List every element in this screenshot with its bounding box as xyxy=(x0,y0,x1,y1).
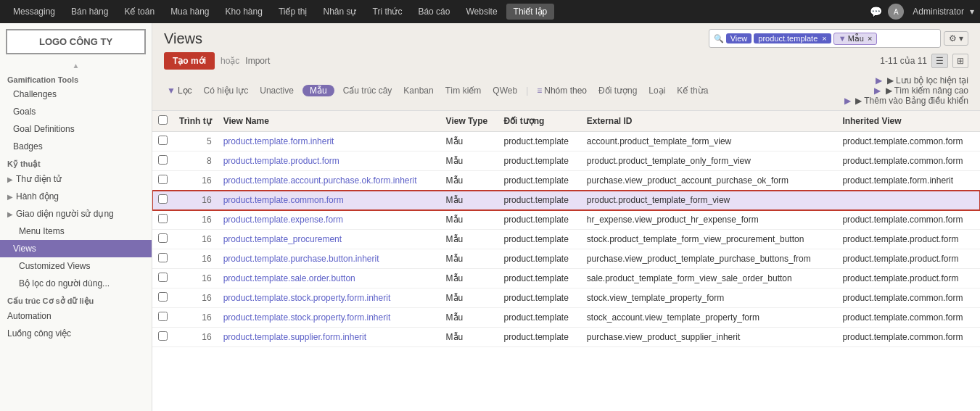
row-view-name[interactable]: product.template.purchase.button.inherit xyxy=(218,249,440,269)
row-view-name[interactable]: product.template.supplier.form.inherit xyxy=(218,328,440,347)
search-tag-close-icon[interactable]: × xyxy=(822,34,826,43)
row-view-name[interactable]: product.template.expense.form xyxy=(218,210,440,230)
group-ke-thua[interactable]: Kế thừa xyxy=(674,84,711,97)
row-view-name[interactable]: product.template.stock.property.form.inh… xyxy=(218,288,440,308)
nav-thiet-lap[interactable]: Thiết lập xyxy=(506,4,555,20)
col-header-external-id[interactable]: External ID xyxy=(581,111,837,132)
sidebar-item-goal-definitions[interactable]: Goal Definitions xyxy=(0,120,152,138)
sidebar-item-badges[interactable]: Badges xyxy=(0,138,152,155)
table-row[interactable]: 16 product.template.supplier.form.inheri… xyxy=(152,328,980,347)
col-header-seq[interactable]: Trình tự xyxy=(173,111,218,132)
nav-mua-hang[interactable]: Mua hàng xyxy=(163,4,216,20)
sidebar-item-menu-items[interactable]: Menu Items xyxy=(0,223,152,240)
search-input[interactable] xyxy=(879,33,923,43)
table-row[interactable]: 16 product.template.sale.order.button Mẫ… xyxy=(152,269,980,288)
row-checkbox[interactable] xyxy=(158,312,168,321)
select-all-checkbox[interactable] xyxy=(158,115,168,125)
nav-tri-thuc[interactable]: Tri thức xyxy=(366,4,410,20)
sidebar-item-customized-views[interactable]: Customized Views xyxy=(0,257,152,275)
adv-add-dashboard[interactable]: ▶ ▶ Thêm vào Bảng điều khiển xyxy=(844,96,968,106)
nav-messaging[interactable]: Messaging xyxy=(6,4,62,20)
row-view-name[interactable]: product.template.account.purchase.ok.for… xyxy=(218,171,440,191)
table-row[interactable]: 16 product.template_procurement Mẫu prod… xyxy=(152,230,980,249)
sidebar-group-thu-dien-tu[interactable]: ▶ Thư điện tử xyxy=(0,170,152,188)
row-view-name[interactable]: product.template_procurement xyxy=(218,230,440,249)
view-name-link[interactable]: product.template.product.form xyxy=(223,156,339,166)
filter-unactive-link[interactable]: Unactive xyxy=(257,84,297,97)
row-checkbox[interactable] xyxy=(158,155,168,165)
row-checkbox[interactable] xyxy=(158,214,168,223)
row-checkbox[interactable] xyxy=(158,273,168,282)
list-view-button[interactable]: ☰ xyxy=(931,54,948,68)
row-view-name[interactable]: product.template.form.inherit xyxy=(218,132,440,151)
nav-bao-cao[interactable]: Báo cáo xyxy=(411,4,457,20)
adv-advanced-search[interactable]: ▶ ▶ Tìm kiếm nâng cao xyxy=(874,86,968,96)
group-doi-tuong[interactable]: Đối tượng xyxy=(596,84,640,97)
table-row[interactable]: 16 product.template.common.form Mẫu prod… xyxy=(152,191,980,210)
sidebar-item-goals[interactable]: Goals xyxy=(0,103,152,120)
view-name-link[interactable]: product.template.stock.property.form.inh… xyxy=(223,293,391,303)
filter-mau-active[interactable]: Mẫu xyxy=(302,85,334,96)
user-dropdown-icon[interactable]: ▾ xyxy=(970,7,974,17)
sidebar-group-giao-dien[interactable]: ▶ Giao diện người sử dụng xyxy=(0,205,152,223)
kanban-view-button[interactable]: ⊞ xyxy=(952,54,968,68)
search-tag-template[interactable]: product.template × xyxy=(754,33,831,43)
row-checkbox[interactable] xyxy=(158,292,168,302)
row-view-name[interactable]: product.template.sale.order.button xyxy=(218,269,440,288)
sidebar-group-luong-cong-viec[interactable]: Luồng công việc xyxy=(0,325,152,342)
filter-tag-close-icon[interactable]: × xyxy=(868,34,872,43)
filter-button[interactable]: ▼ Lọc xyxy=(164,84,195,97)
row-view-name[interactable]: product.template.product.form xyxy=(218,151,440,171)
table-row[interactable]: 16 product.template.account.purchase.ok.… xyxy=(152,171,980,191)
view-name-link[interactable]: product.template.supplier.form.inherit xyxy=(223,332,366,342)
sidebar-item-bo-loc[interactable]: Bộ lọc do người dùng... xyxy=(0,275,152,292)
filter-kanban[interactable]: Kanban xyxy=(400,84,436,97)
col-header-doi-tuong[interactable]: Đối tượng xyxy=(498,111,580,132)
search-settings-button[interactable]: ⚙ ▾ xyxy=(944,31,968,46)
sidebar-item-challenges[interactable]: Challenges xyxy=(0,86,152,103)
nav-nhan-su[interactable]: Nhân sự xyxy=(316,4,363,20)
row-view-name[interactable]: product.template.stock.property.form.inh… xyxy=(218,308,440,328)
user-name[interactable]: Administrator xyxy=(913,7,964,17)
view-name-link[interactable]: product.template.account.purchase.ok.for… xyxy=(223,175,417,186)
table-row[interactable]: 8 product.template.product.form Mẫu prod… xyxy=(152,151,980,171)
adv-save-filter[interactable]: ▶ ▶ Lưu bộ lọc hiện tại xyxy=(876,75,968,86)
view-name-link[interactable]: product.template.purchase.button.inherit xyxy=(223,254,379,264)
filter-active-link[interactable]: Có hiệu lực xyxy=(201,84,252,97)
nav-kho-hang[interactable]: Kho hàng xyxy=(218,4,270,20)
nav-tiep-thi[interactable]: Tiếp thị xyxy=(271,4,315,20)
table-row[interactable]: 16 product.template.expense.form Mẫu pro… xyxy=(152,210,980,230)
view-name-link[interactable]: product.template.sale.order.button xyxy=(223,273,355,283)
sidebar-group-hanh-dong[interactable]: ▶ Hành động xyxy=(0,188,152,205)
filter-cau-truc-cay[interactable]: Cấu trúc cây xyxy=(340,84,395,97)
view-name-link[interactable]: product.template.expense.form xyxy=(223,215,343,225)
row-checkbox[interactable] xyxy=(158,136,168,145)
filter-tag-mau[interactable]: ▼ Mẫu × xyxy=(833,33,878,45)
col-header-inherited-view[interactable]: Inherited View xyxy=(836,111,980,132)
chat-icon[interactable]: 💬 xyxy=(870,6,882,17)
nav-ke-toan[interactable]: Kế toán xyxy=(117,4,162,20)
col-header-view-name[interactable]: View Name xyxy=(218,111,440,132)
view-name-link[interactable]: product.template_procurement xyxy=(223,234,342,244)
view-name-link[interactable]: product.template.form.inherit xyxy=(223,136,334,146)
sidebar-item-views[interactable]: Views xyxy=(0,240,152,257)
view-name-link[interactable]: product.template.common.form xyxy=(223,195,344,205)
row-view-name[interactable]: product.template.common.form xyxy=(218,191,440,210)
filter-qweb[interactable]: QWeb xyxy=(490,84,520,97)
import-button[interactable]: Import xyxy=(245,56,270,66)
group-by-button[interactable]: ≡ Nhóm theo xyxy=(534,84,590,97)
row-checkbox[interactable] xyxy=(158,331,168,341)
sidebar-group-automation[interactable]: Automation xyxy=(0,307,152,325)
table-row[interactable]: 16 product.template.stock.property.form.… xyxy=(152,288,980,308)
filter-tim-kiem[interactable]: Tìm kiếm xyxy=(442,84,485,97)
group-loai[interactable]: Loại xyxy=(646,84,668,97)
row-checkbox[interactable] xyxy=(158,194,168,204)
nav-ban-hang[interactable]: Bán hàng xyxy=(64,4,115,20)
view-name-link[interactable]: product.template.stock.property.form.inh… xyxy=(223,312,391,323)
row-checkbox[interactable] xyxy=(158,233,168,243)
search-tag-view[interactable]: View xyxy=(726,33,752,43)
table-row[interactable]: 16 product.template.purchase.button.inhe… xyxy=(152,249,980,269)
row-checkbox[interactable] xyxy=(158,175,168,184)
nav-website[interactable]: Website xyxy=(458,4,504,20)
row-checkbox[interactable] xyxy=(158,253,168,262)
